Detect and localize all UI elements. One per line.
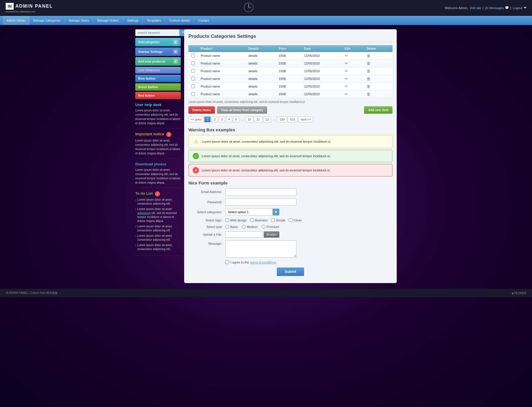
message-row: Message: [188,240,392,258]
browse-button[interactable]: browse [264,231,279,238]
tag-clean-checkbox[interactable] [289,218,292,222]
type-premium[interactable]: Premium [262,225,279,229]
table-row: Product name details 150$ 12/05/2010 ✏ 🗑 [188,52,392,60]
tag-business[interactable]: Business [250,218,268,222]
tag-business-checkbox[interactable] [250,218,254,222]
warning-section-title: Warning Box examples [188,127,392,132]
page-101-button[interactable]: 101 [288,117,297,122]
type-group: Basic Medium Premium [225,225,279,229]
nav-item-custom-details[interactable]: Custom details [165,16,194,25]
trash-icon[interactable]: 🗑 [367,61,371,66]
edit-icon[interactable]: ✏ [345,92,348,96]
nav-item-templates[interactable]: Templates [143,16,165,25]
password-field[interactable] [225,198,296,206]
sidebar-btn-red[interactable]: Red button [135,92,181,99]
page-12-button[interactable]: 12 [263,117,271,122]
sidebar-btn-green[interactable]: Green button [135,83,181,91]
trash-icon[interactable]: 🗑 [367,53,371,58]
type-basic[interactable]: Basic [225,225,238,229]
ellipsis: ... [272,118,276,121]
table-note: Lorem ipsum dolor sit amet, consectetur … [188,100,392,103]
search-input[interactable] [135,29,179,36]
message-textarea[interactable] [225,240,296,258]
trash-icon[interactable]: 🗑 [367,69,371,73]
nav-item-contact[interactable]: Contact [194,16,213,25]
trash-icon[interactable]: 🗑 [367,92,371,96]
delete-items-button[interactable]: Delete items [188,106,215,114]
row-checkbox[interactable] [191,54,195,57]
edit-icon[interactable]: ✏ [345,84,348,89]
email-row: Email Address: [188,188,392,196]
page-10-button[interactable]: 10 [245,117,253,122]
nav-item-settings[interactable]: Settings [123,16,143,25]
next-page-button[interactable]: next >> [298,117,313,122]
product-price: 150$ [276,60,301,67]
tags-label: Select tags: [188,219,225,222]
page-5-button[interactable]: 5 [233,117,239,122]
row-checkbox[interactable] [191,77,195,80]
nav-item-manage-categories[interactable]: Manage Categories [29,16,65,25]
row-checkbox[interactable] [191,84,195,88]
type-medium[interactable]: Medium [242,225,258,229]
table-actions: Delete items View all items from categor… [188,106,392,114]
clock-decoration [244,2,254,13]
page-4-button[interactable]: 4 [226,117,232,122]
tag-simple[interactable]: Simple [271,218,286,222]
add-new-item-button[interactable]: Add new item [364,106,392,114]
edit-icon[interactable]: ✏ [345,69,348,73]
categories-select[interactable]: Select option 1 [225,209,279,215]
trash-icon[interactable]: 🗑 [367,84,371,89]
page-3-button[interactable]: 3 [219,117,225,122]
sidebar-btn-subcategories[interactable]: Subcategories + [135,38,181,46]
col-delete: Delete [364,45,392,52]
page-1-button[interactable]: 1 [204,117,211,122]
prev-page-button[interactable]: << prev [188,117,203,122]
type-premium-radio[interactable] [262,225,265,229]
email-field[interactable] [225,188,296,196]
edit-icon[interactable]: ✏ [345,76,348,81]
row-checkbox[interactable] [191,92,195,96]
logo-box: IN ADMIN PANEL [6,3,53,10]
row-checkbox[interactable] [191,61,195,65]
tag-clean[interactable]: Clean [289,218,302,222]
warning-box-yellow: ⚠ Lorem ipsum dolor sit amet, consectetu… [188,135,392,148]
tag-web-design[interactable]: Web design [225,218,247,222]
sidebar-btn-sidebar-settings[interactable]: Sidebar Settings + [135,47,181,56]
nav-item-admin-home[interactable]: Admin Home [3,16,29,25]
edit-icon[interactable]: ✏ [345,53,348,58]
row-checkbox[interactable] [191,69,195,73]
col-product: Product [198,45,246,52]
nav-item-manage-users[interactable]: Manage Users [65,16,93,25]
tag-simple-checkbox[interactable] [271,218,275,222]
bullet-icon: › [135,225,136,229]
nav-item-manage-orders[interactable]: Manage Orders [93,16,123,25]
notice-badge: 1 [166,132,171,137]
logo-sub: powered by indeziner.com [6,10,53,13]
page-11-button[interactable]: 11 [254,117,262,122]
adipisicing-link[interactable]: adipisicing [137,211,151,215]
logout-link[interactable]: Logout [513,6,522,10]
tags-row: Select tags: Web design Business Simple … [188,218,392,222]
messages-link[interactable]: (3) Messages [485,6,504,10]
tag-web-design-checkbox[interactable] [225,218,229,222]
product-price: 150$ [276,90,301,98]
type-medium-radio[interactable] [242,225,246,229]
bullet-icon: › [135,234,136,238]
sidebar-btn-blue[interactable]: Blue button [135,75,181,82]
important-notice-title: Important notice 1 [135,132,181,137]
edit-icon[interactable]: ✏ [345,61,348,66]
submit-button[interactable]: Submit [277,267,304,276]
view-all-button[interactable]: View all items from category [217,106,267,114]
visit-site-link[interactable]: Visit site [469,6,481,10]
page-100-button[interactable]: 100 [277,117,287,122]
page-2-button[interactable]: 2 [211,117,218,122]
type-basic-radio[interactable] [225,225,229,229]
sidebar-link-user-reference[interactable]: User Reference [135,67,181,74]
product-name: Product name [198,90,246,98]
terms-link[interactable]: terms & conditions [250,261,276,264]
trash-icon[interactable]: 🗑 [367,76,371,81]
sidebar-btn-add-new-products[interactable]: Add new products + [135,57,181,66]
product-date: 12/05/2010 [301,67,342,75]
terms-checkbox[interactable] [225,260,229,264]
file-input[interactable] [225,231,262,238]
